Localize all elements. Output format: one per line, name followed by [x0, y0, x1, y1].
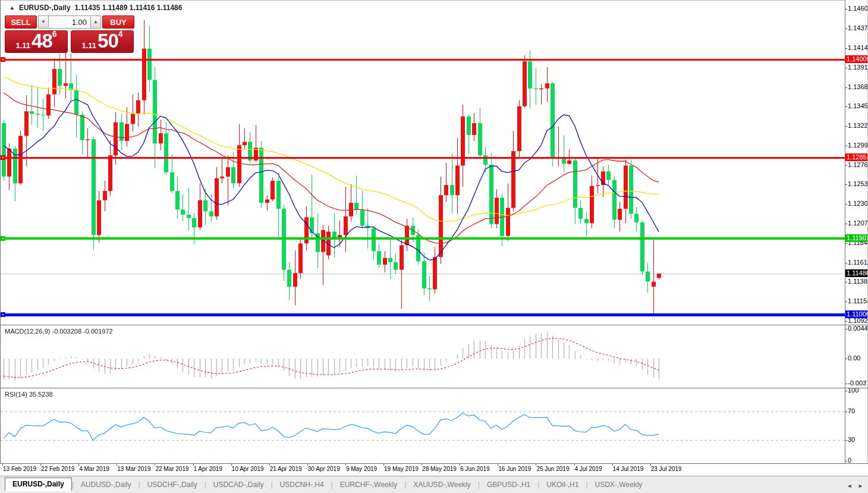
date-label: 10 Apr 2019: [232, 466, 264, 472]
price-line-label: 1.11000: [845, 310, 868, 318]
date-label: 4 Mar 2019: [79, 466, 109, 472]
tab-item-eurusd-daily[interactable]: EURUSD-,Daily: [5, 478, 72, 491]
rsi-indicator-label: RSI(14) 35.5238: [5, 391, 53, 398]
price-tick: 1.11385: [848, 278, 868, 285]
date-label: 13 Mar 2019: [117, 466, 150, 472]
macd-axis-label: 0.00: [848, 354, 860, 362]
date-label: 25 Jun 2019: [536, 466, 569, 472]
chart-left-border: [0, 0, 1, 476]
tab-item-ukoil-h1[interactable]: UKOil-,H1: [539, 479, 586, 491]
price-line-label: 1.11486: [845, 269, 868, 277]
sell-button[interactable]: SELL: [5, 15, 37, 29]
date-label: 21 Apr 2019: [270, 466, 302, 472]
buy-price-prefix: 1.11: [81, 41, 96, 50]
date-label: 30 Apr 2019: [308, 466, 340, 472]
price-tick: 1.14145: [848, 44, 868, 51]
date-axis: 13 Feb 201922 Feb 20194 Mar 201913 Mar 2…: [0, 464, 868, 476]
rsi-axis-label: 70: [848, 407, 855, 415]
price-tick: 1.14605: [848, 5, 868, 12]
date-label: 9 May 2019: [346, 466, 377, 472]
main-chart-canvas[interactable]: [0, 0, 845, 476]
price-line-label: 1.12851: [845, 153, 868, 161]
rsi-panel-divider[interactable]: [0, 388, 868, 388]
macd-indicator-label: MACD(12,26,9) -0.003208 -0.001972: [5, 328, 113, 335]
date-label: 6 Jun 2019: [460, 466, 490, 472]
axis-divider: [845, 0, 845, 476]
tab-item-usdchf-daily[interactable]: USDCHF-,Daily: [140, 479, 205, 491]
tab-item-xauusd-weekly[interactable]: XAUUSD-,Weekly: [406, 479, 477, 491]
buy-price-display[interactable]: 1.11 50 4: [71, 30, 134, 53]
date-label: 14 Jul 2019: [613, 466, 644, 472]
price-tick: 1.13685: [848, 83, 868, 90]
rsi-axis-label: 30: [848, 436, 855, 443]
price-tick: 1.12765: [848, 161, 868, 168]
trading-app-window: ▲ EURUSD-,Daily 1.11435 1.11489 1.11416 …: [0, 0, 868, 493]
buy-price-big-digits: 50: [98, 32, 118, 50]
sell-price-display[interactable]: 1.11 48 6: [5, 30, 68, 53]
tab-item-audusd-daily[interactable]: AUDUSD-,Daily: [74, 479, 139, 491]
price-tick: 1.11615: [848, 259, 868, 266]
buy-price-pipette: 4: [118, 25, 123, 43]
price-tick: 1.13225: [848, 122, 868, 129]
price-tick: 1.11155: [848, 297, 868, 304]
date-label: 22 Feb 2019: [41, 466, 74, 472]
price-tick: 1.12995: [848, 142, 868, 149]
sell-price-big-digits: 48: [32, 32, 52, 50]
tab-item-usdcnh-h4[interactable]: USDCNH-,H4: [273, 479, 331, 491]
tab-scroll-left-icon[interactable]: ◄: [847, 483, 852, 489]
price-tick: 1.12075: [848, 219, 868, 227]
price-tick: 1.12305: [848, 200, 868, 207]
symbol-timeframe-label: EURUSD-,Daily: [19, 4, 71, 12]
date-label: 23 Jul 2019: [651, 466, 682, 472]
price-tick: 1.13915: [848, 64, 868, 71]
price-line-label: 1.11901: [845, 234, 868, 242]
sell-price-pipette: 6: [52, 25, 57, 43]
date-label: 4 Jul 2019: [575, 466, 602, 472]
symbol-triangle-icon: ▲: [10, 5, 15, 11]
price-axis: 1.146051.143751.141451.139151.136851.134…: [845, 0, 868, 476]
date-label: 28 May 2019: [422, 466, 457, 472]
price-tick: 1.14375: [848, 24, 868, 32]
tab-item-usdcad-daily[interactable]: USDCAD-,Daily: [206, 479, 271, 491]
sell-price-prefix: 1.11: [15, 41, 30, 50]
price-line-label: 1.14009: [845, 55, 868, 63]
date-label: 19 May 2019: [384, 466, 419, 472]
macd-axis-label: -0.003715: [848, 379, 868, 387]
chart-tab-bar: EURUSD-,Daily|AUDUSD-,Daily|USDCHF-,Dail…: [0, 476, 868, 493]
volume-increase-button[interactable]: ▲: [90, 15, 101, 29]
one-click-trade-widget: SELL ▼ ▲ BUY 1.11 48 6 1.11 50 4: [5, 15, 134, 53]
price-tick: 1.12535: [848, 180, 868, 187]
tab-item-usdx-weekly[interactable]: USDX-,Weekly: [588, 479, 650, 491]
macd-axis-label: 0.004465: [848, 325, 868, 332]
quote-ohlc-values: 1.11435 1.11489 1.11416 1.11486: [75, 4, 183, 12]
price-tick: 1.13455: [848, 102, 868, 109]
tab-item-gbpusd-h1[interactable]: GBPUSD-,H1: [480, 479, 537, 491]
volume-decrease-button[interactable]: ▼: [38, 15, 49, 29]
date-label: 1 Apr 2019: [194, 466, 222, 472]
quote-header: ▲ EURUSD-,Daily 1.11435 1.11489 1.11416 …: [10, 4, 182, 12]
date-label: 13 Feb 2019: [3, 466, 36, 472]
macd-panel-divider[interactable]: [0, 325, 868, 325]
tab-item-eurchf-weekly[interactable]: EURCHF-,Weekly: [333, 479, 404, 491]
date-label: 16 Jun 2019: [498, 466, 531, 472]
tab-scroll-right-icon[interactable]: ►: [858, 483, 863, 489]
date-label: 22 Mar 2019: [155, 466, 188, 472]
